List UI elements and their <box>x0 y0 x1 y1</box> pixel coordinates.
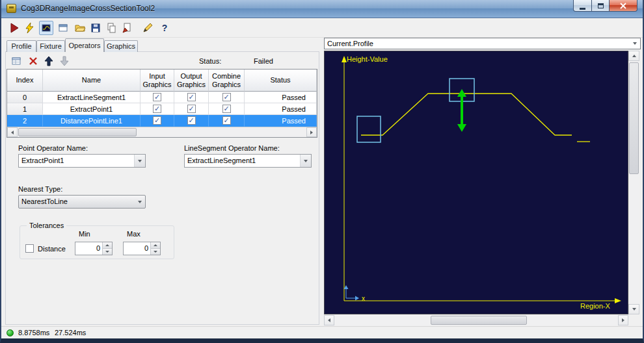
total-time: 27.524ms <box>55 329 86 337</box>
plot-vertical-scrollbar[interactable] <box>628 51 639 314</box>
arrow-up-icon <box>154 244 157 246</box>
distance-max-spinner[interactable]: 0 <box>123 242 161 255</box>
combine-graphics-checkbox[interactable] <box>222 93 231 101</box>
operator-status: Passed <box>245 103 317 115</box>
scroll-down-button[interactable] <box>628 304 639 314</box>
spin-down-button[interactable] <box>103 248 112 255</box>
close-button[interactable] <box>610 0 637 12</box>
run-tool-icon[interactable] <box>7 21 21 35</box>
operator-row[interactable]: 1 ExtractPoint1 Passed <box>7 103 317 115</box>
distance-min-spinner[interactable]: 0 <box>75 242 113 255</box>
scroll-up-button[interactable] <box>628 51 639 61</box>
operators-grid: Index Name Input Graphics Output Graphic… <box>7 69 317 138</box>
combine-graphics-checkbox[interactable] <box>222 105 231 113</box>
spin-up-button[interactable] <box>103 242 112 248</box>
combine-graphics-checkbox[interactable] <box>222 116 231 125</box>
status-bar: 8.8758ms 27.524ms <box>1 326 643 338</box>
linesegment-operator-combobox[interactable]: ExtractLineSegment1 <box>184 154 312 168</box>
help-icon[interactable]: ? <box>157 21 172 35</box>
point-operator-label: Point Operator Name: <box>18 144 88 152</box>
dropdown-button[interactable] <box>134 155 145 167</box>
input-graphics-checkbox[interactable] <box>153 105 161 113</box>
edit-settings-icon[interactable] <box>141 21 155 35</box>
output-graphics-checkbox[interactable] <box>187 93 196 101</box>
origin-x-label: x <box>362 295 365 302</box>
arrow-down-icon <box>632 308 636 311</box>
scrollbar-thumb[interactable] <box>629 62 639 174</box>
nearest-type-combobox[interactable]: NearestToLine <box>18 195 146 209</box>
output-graphics-checkbox[interactable] <box>187 116 196 125</box>
operator-name: DistancePointLine1 <box>43 115 141 127</box>
scroll-left-button[interactable] <box>7 127 18 137</box>
move-operator-down-icon[interactable] <box>59 55 70 67</box>
arrow-down-icon <box>154 251 157 253</box>
run-tool-electric-icon[interactable] <box>23 21 37 35</box>
tab-fixture[interactable]: Fixture <box>36 40 65 52</box>
scrollbar-thumb[interactable] <box>18 128 137 136</box>
input-graphics-checkbox[interactable] <box>153 93 161 101</box>
profile-plot: x <box>325 51 628 314</box>
grid-horizontal-scrollbar[interactable] <box>7 127 317 137</box>
point-operator-combobox[interactable]: ExtractPoint1 <box>18 154 146 168</box>
linesegment-operator-label: LineSegment Operator Name: <box>184 144 280 152</box>
arrow-up-icon <box>632 55 636 57</box>
distance-checkbox[interactable] <box>25 244 34 253</box>
column-header-index[interactable]: Index <box>7 70 43 92</box>
input-graphics-checkbox[interactable] <box>153 116 161 125</box>
operator-row-selected[interactable]: 2 DistancePointLine1 Passed <box>7 115 317 127</box>
output-graphics-checkbox[interactable] <box>187 105 196 113</box>
dropdown-button[interactable] <box>300 155 311 167</box>
save-file-icon[interactable] <box>88 21 103 35</box>
maximize-button[interactable] <box>592 0 610 12</box>
window-title: Cog3DRangeImageCrossSectionTool2 <box>21 0 155 18</box>
column-header-status[interactable]: Status <box>245 70 317 92</box>
record-display-toggle-icon[interactable] <box>39 21 53 35</box>
execution-time: 8.8758ms <box>18 329 49 337</box>
arrow-right-icon <box>622 318 624 322</box>
tolerances-title: Tolerances <box>27 222 66 229</box>
operator-name: ExtractLineSegment1 <box>43 92 141 103</box>
distance-arrow <box>457 89 466 132</box>
app-window: Cog3DRangeImageCrossSectionTool2 <box>0 0 644 343</box>
copy-results-icon[interactable] <box>104 21 118 35</box>
import-tool-icon[interactable] <box>120 21 134 35</box>
column-header-name[interactable]: Name <box>43 70 141 92</box>
scroll-right-button[interactable] <box>618 315 628 325</box>
minimize-button[interactable] <box>573 0 592 12</box>
dropdown-button[interactable] <box>630 38 640 49</box>
move-operator-up-icon[interactable] <box>43 55 55 67</box>
tab-operators[interactable]: Operators <box>65 38 104 52</box>
operator-row[interactable]: 0 ExtractLineSegment1 Passed <box>7 92 317 103</box>
operator-name: ExtractPoint1 <box>43 103 141 115</box>
y-axis-label: Height-Value <box>347 55 388 63</box>
profile-polyline <box>361 94 572 135</box>
maximize-icon <box>598 3 604 8</box>
app-icon <box>7 4 16 13</box>
title-bar: Cog3DRangeImageCrossSectionTool2 <box>1 0 643 18</box>
status-value: Failed <box>254 57 273 65</box>
record-selector-combobox[interactable]: Current.Profile <box>324 38 641 49</box>
x-axis-label: Region-X <box>580 302 610 310</box>
status-label: Status: <box>199 57 221 65</box>
scroll-right-button[interactable] <box>306 127 317 137</box>
float-window-icon[interactable] <box>56 21 70 35</box>
dropdown-button[interactable] <box>134 196 145 208</box>
plot-horizontal-scrollbar[interactable] <box>324 315 628 325</box>
spin-up-button[interactable] <box>151 242 160 248</box>
tab-graphics[interactable]: Graphics <box>104 40 138 52</box>
min-label: Min <box>79 230 90 238</box>
add-operator-icon[interactable] <box>10 55 22 67</box>
spin-down-button[interactable] <box>151 248 160 255</box>
tolerances-groupbox: Tolerances Min Max Distance 0 0 <box>20 225 174 259</box>
max-label: Max <box>127 230 141 238</box>
scroll-left-button[interactable] <box>324 315 334 325</box>
open-file-icon[interactable] <box>73 21 87 35</box>
column-header-input-graphics[interactable]: Input Graphics <box>141 70 174 92</box>
profile-display[interactable]: x Height-Value Region-X <box>324 51 628 314</box>
tab-profile[interactable]: Profile <box>7 40 36 52</box>
column-header-combine-graphics[interactable]: Combine Graphics <box>209 70 245 92</box>
marker-boxes <box>357 79 474 142</box>
delete-operator-icon[interactable] <box>27 55 39 67</box>
column-header-output-graphics[interactable]: Output Graphics <box>174 70 209 92</box>
scrollbar-thumb[interactable] <box>431 316 527 325</box>
